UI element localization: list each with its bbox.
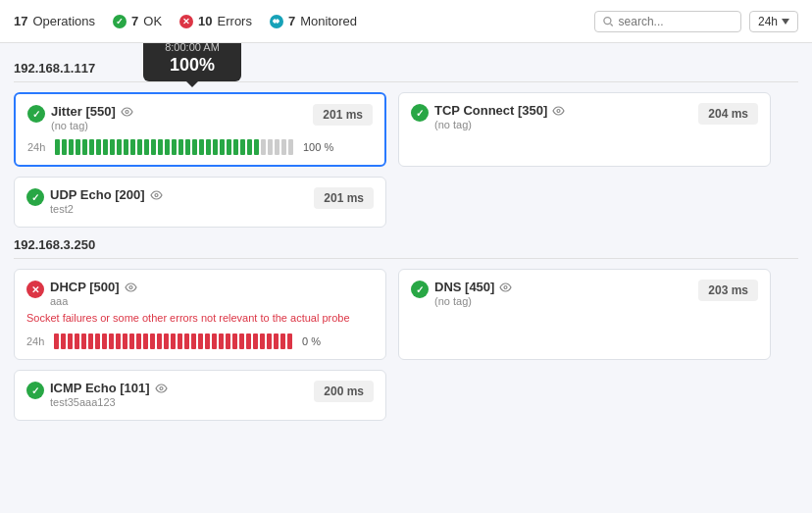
jitter-card-value: 201 ms (313, 104, 373, 126)
udp-status-icon: ✓ (26, 188, 44, 206)
bar (89, 139, 94, 155)
error-count: 10 (198, 14, 212, 28)
eye-icon[interactable] (125, 282, 137, 292)
bar (143, 333, 148, 349)
jitter-bars (55, 139, 293, 155)
bar (75, 333, 79, 349)
svg-point-3 (557, 109, 560, 112)
header-bar: 17 Operations ✓ 7 OK ✕ 10 Errors 7 Monit… (0, 0, 812, 43)
search-input[interactable] (619, 15, 733, 28)
bar (81, 333, 86, 349)
header-right: 24h (594, 11, 798, 32)
bar (198, 333, 203, 349)
cards-row-3: ✕ DHCP [500] aaa Socket failures or some (14, 269, 798, 360)
tooltip-time: 8:00:00 AM (155, 43, 229, 53)
bar (199, 139, 204, 155)
udp-title-area: ✓ UDP Echo [200] test2 (26, 187, 163, 215)
bar (130, 139, 135, 155)
bar (82, 139, 87, 155)
bar (124, 139, 128, 155)
bar (254, 139, 259, 155)
bar (61, 333, 66, 349)
ops-stat: 17 Operations (14, 14, 95, 28)
error-dot: ✕ (179, 15, 193, 28)
jitter-percent: 100 % (303, 141, 333, 153)
bar (102, 333, 107, 349)
monitor-label: Monitored (300, 14, 357, 28)
dhcp-bars (54, 333, 292, 349)
dhcp-bar-row: 24h (26, 333, 374, 349)
ops-label: Operations (32, 14, 95, 28)
jitter-bar-label: 24h (27, 141, 49, 153)
bar (164, 333, 169, 349)
bar (239, 333, 244, 349)
bar (281, 139, 286, 155)
bar (144, 139, 149, 155)
bar (76, 139, 80, 155)
search-box[interactable] (594, 11, 741, 32)
bar (213, 139, 218, 155)
bar (165, 139, 170, 155)
jitter-status-icon: ✓ (27, 105, 45, 123)
bar (88, 333, 93, 349)
bar (55, 139, 60, 155)
svg-line-1 (610, 24, 612, 26)
dhcp-percent: 0 % (302, 335, 321, 347)
bar (54, 333, 59, 349)
bar (62, 139, 67, 155)
bar (206, 139, 211, 155)
udp-card: ✓ UDP Echo [200] test2 201 ms (14, 177, 386, 228)
eye-icon[interactable] (552, 106, 565, 116)
bar (287, 333, 292, 349)
bar (116, 333, 121, 349)
eye-icon[interactable] (155, 384, 168, 393)
section-title-1: 192.168.1.117 (14, 61, 798, 82)
bar (109, 333, 114, 349)
ok-stat: ✓ 7 OK (113, 14, 162, 28)
udp-card-title: UDP Echo [200] (50, 187, 145, 202)
monitor-icon (270, 15, 283, 28)
tcp-card-tag: (no tag) (434, 119, 565, 130)
tcp-title-area: ✓ TCP Connect [350] (no tag) (411, 103, 565, 130)
bar (178, 139, 183, 155)
tcp-status-icon: ✓ (411, 104, 429, 122)
chevron-down-icon (782, 19, 789, 25)
bar (261, 139, 266, 155)
dns-card-value: 203 ms (698, 280, 758, 301)
bar (150, 333, 155, 349)
bar (212, 333, 217, 349)
time-range-selector[interactable]: 24h (749, 11, 798, 32)
dhcp-card-header: ✕ DHCP [500] aaa (26, 280, 374, 307)
bar (246, 333, 251, 349)
icmp-card-value: 200 ms (314, 381, 374, 402)
jitter-card-title: Jitter [550] (51, 104, 116, 119)
tcp-card: ✓ TCP Connect [350] (no tag) 204 ms (398, 92, 771, 167)
section-title-2: 192.168.3.250 (14, 237, 798, 259)
dhcp-bar-label: 24h (26, 335, 48, 347)
dhcp-status-icon: ✕ (26, 281, 44, 298)
bar (158, 139, 163, 155)
dns-card-title: DNS [450] (434, 280, 494, 294)
jitter-card: 8:00:00 AM 100% ✓ Jitter [550] ( (14, 92, 386, 167)
icmp-title-area: ✓ ICMP Echo [101] test35aaa123 (26, 381, 168, 408)
dns-card: ✓ DNS [450] (no tag) 203 ms (398, 269, 771, 360)
udp-card-value: 201 ms (314, 187, 374, 209)
bar (191, 333, 196, 349)
eye-icon[interactable] (121, 107, 133, 117)
bar (68, 333, 73, 349)
bar (219, 333, 224, 349)
icmp-status-icon: ✓ (26, 382, 44, 399)
icmp-card-title: ICMP Echo [101] (50, 381, 150, 395)
svg-point-7 (160, 386, 163, 389)
bar (137, 139, 142, 155)
bar (178, 333, 182, 349)
error-label: Errors (218, 14, 252, 28)
bar (103, 139, 108, 155)
ok-count: 7 (131, 14, 138, 28)
tcp-card-header: ✓ TCP Connect [350] (no tag) 204 ms (411, 103, 758, 130)
eye-icon[interactable] (499, 282, 512, 292)
ok-dot: ✓ (113, 15, 127, 28)
tcp-card-title: TCP Connect [350] (434, 103, 547, 118)
eye-icon[interactable] (150, 190, 163, 200)
bar (280, 333, 285, 349)
